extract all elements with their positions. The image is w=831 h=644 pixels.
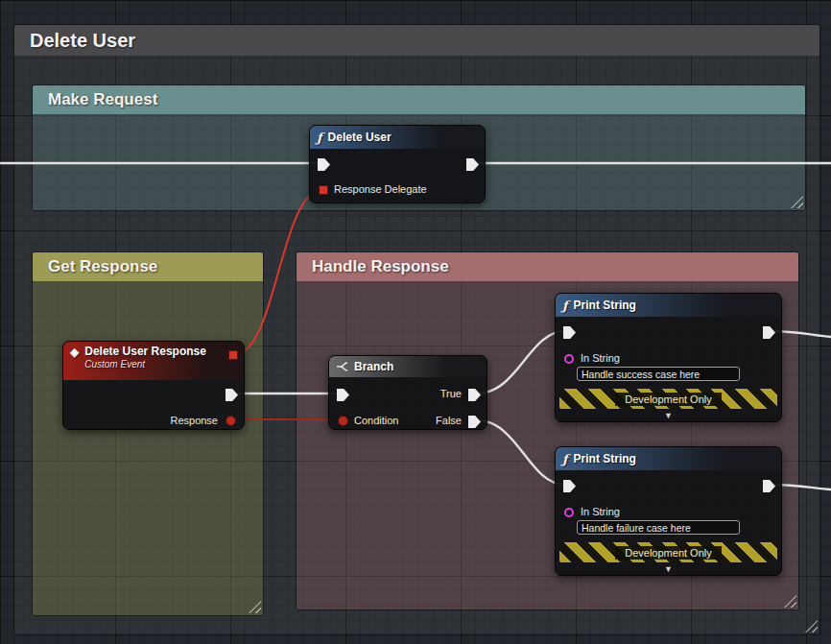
comment-get-response-title: Get Response: [48, 257, 157, 276]
condition-pin[interactable]: [338, 416, 348, 426]
in-string-input[interactable]: Handle failure case here: [577, 520, 740, 535]
print-string-success-header: ƒ Print String: [556, 294, 781, 317]
print-string-failure-node[interactable]: ƒ Print String In String Handle failure …: [555, 446, 782, 576]
function-icon: ƒ: [317, 131, 322, 145]
blueprint-graph-canvas[interactable]: Delete User Make Request Get Response Ha…: [0, 0, 831, 644]
exec-out-pin[interactable]: [466, 158, 479, 171]
in-string-pin[interactable]: [564, 508, 574, 517]
response-delegate-pin[interactable]: [319, 185, 328, 195]
delete-user-response-node-title: Delete User Response: [84, 346, 206, 358]
branch-node-title: Branch: [354, 360, 393, 373]
comment-get-response-titlebar[interactable]: Get Response: [33, 252, 263, 281]
response-out-pin[interactable]: [226, 416, 236, 426]
comment-handle-response-title: Handle Response: [312, 257, 449, 276]
delete-user-response-node-header: ◈ Delete User Response Custom Event: [63, 342, 244, 380]
branch-icon: [336, 361, 348, 372]
custom-event-subtitle: Custom Event: [84, 358, 206, 370]
development-only-bar: Development Only: [559, 542, 777, 562]
branch-node-header: Branch: [329, 356, 487, 377]
development-only-bar: Development Only: [559, 389, 777, 409]
branch-node[interactable]: Branch Condition True False: [328, 355, 487, 430]
in-string-input[interactable]: Handle success case here: [577, 367, 740, 381]
exec-in-pin[interactable]: [318, 158, 330, 171]
condition-label: Condition: [354, 415, 398, 426]
exec-out-pin[interactable]: [763, 326, 775, 339]
print-string-success-title: Print String: [574, 298, 636, 312]
comment-make-request-title: Make Request: [48, 90, 157, 109]
development-only-label: Development Only: [615, 546, 722, 560]
in-string-label: In String: [581, 352, 620, 364]
comment-get-response-body: [33, 281, 263, 615]
collapse-arrow-icon[interactable]: ▼: [664, 411, 673, 420]
comment-delete-user-title: Delete User: [30, 30, 135, 52]
comment-handle-response-titlebar[interactable]: Handle Response: [297, 252, 798, 281]
response-out-label: Response: [170, 415, 218, 426]
custom-event-icon: ◈: [70, 346, 79, 359]
response-delegate-label: Response Delegate: [334, 183, 427, 195]
comment-make-request-titlebar[interactable]: Make Request: [33, 85, 805, 114]
comment-get-response: Get Response: [32, 251, 264, 616]
exec-in-pin[interactable]: [337, 389, 349, 401]
exec-out-pin[interactable]: [226, 389, 238, 401]
collapse-arrow-icon[interactable]: ▼: [664, 564, 673, 574]
exec-in-pin[interactable]: [563, 480, 576, 492]
delete-user-response-node[interactable]: ◈ Delete User Response Custom Event Resp…: [62, 341, 245, 430]
event-delegate-pin[interactable]: [228, 350, 238, 360]
false-exec-pin[interactable]: [468, 416, 481, 428]
comment-delete-user-titlebar[interactable]: Delete User: [14, 25, 819, 56]
true-label: True: [440, 388, 462, 399]
print-string-success-node[interactable]: ƒ Print String In String Handle success …: [555, 293, 782, 422]
function-icon: ƒ: [562, 298, 568, 313]
true-exec-pin[interactable]: [468, 389, 481, 401]
delete-user-node[interactable]: ƒ Delete User Response Delegate: [309, 125, 486, 203]
delete-user-node-header: ƒ Delete User: [310, 126, 485, 149]
exec-out-pin[interactable]: [763, 480, 775, 492]
function-icon: ƒ: [562, 452, 568, 466]
in-string-label: In String: [581, 506, 620, 517]
print-string-failure-header: ƒ Print String: [556, 447, 781, 470]
delete-user-node-title: Delete User: [328, 131, 392, 144]
print-string-failure-title: Print String: [574, 452, 636, 465]
development-only-label: Development Only: [615, 393, 722, 406]
exec-in-pin[interactable]: [563, 326, 576, 339]
false-label: False: [436, 415, 462, 426]
in-string-pin[interactable]: [564, 354, 574, 364]
